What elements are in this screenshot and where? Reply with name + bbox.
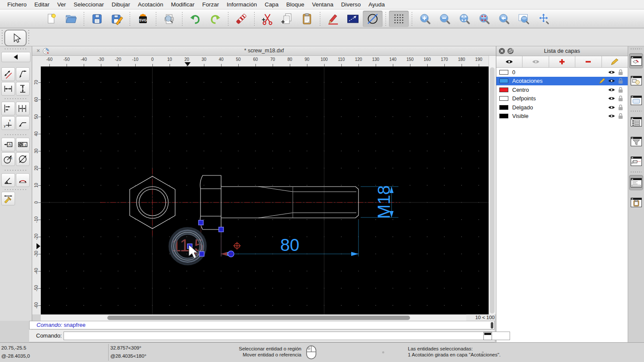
dim-arc-button[interactable] (16, 173, 30, 187)
hruler-label: 10 (167, 57, 172, 62)
layer-list-panel-toggle[interactable] (629, 53, 643, 69)
dim-edit-button[interactable] (1, 192, 15, 205)
zoom-out-button[interactable] (435, 11, 455, 27)
menu-diverso[interactable]: Diverso (337, 0, 365, 9)
layer-row-0[interactable]: 0 (496, 68, 628, 77)
remove-layer-button[interactable] (575, 56, 601, 67)
layer-lock-icon[interactable] (618, 78, 623, 84)
horizontal-scrollbar-thumb[interactable] (107, 316, 410, 320)
edit-pencil-button[interactable] (323, 11, 343, 27)
dim-radius-button[interactable]: R (1, 152, 15, 166)
add-layer-button[interactable] (549, 56, 575, 67)
dim-diameter-button[interactable] (16, 152, 30, 166)
menu-fichero[interactable]: Fichero (3, 0, 30, 9)
layer-row-centro[interactable]: Centro (496, 85, 628, 94)
dock-separator (631, 111, 642, 112)
dim-continue-button[interactable] (16, 102, 30, 115)
panel-float-icon[interactable] (507, 48, 514, 54)
layer-lock-icon[interactable] (618, 87, 623, 93)
layer-lock-icon[interactable] (618, 104, 623, 111)
layer-visibility-icon[interactable] (608, 87, 615, 93)
layer-visibility-icon[interactable] (608, 105, 615, 110)
menu-forzar[interactable]: Forzar (198, 0, 223, 9)
menu-seleccionar[interactable]: Seleccionar (70, 0, 108, 9)
svg-export-button[interactable]: SVG (133, 11, 153, 27)
menu-modificar[interactable]: Modificar (167, 0, 198, 9)
cut-button[interactable] (258, 11, 277, 27)
horizontal-scrollbar[interactable] (41, 314, 466, 321)
layer-visibility-icon[interactable] (608, 69, 615, 75)
copy-button[interactable] (277, 11, 297, 27)
pan-button[interactable] (534, 11, 553, 27)
menu-capa[interactable]: Capa (261, 0, 283, 9)
view-list-panel-toggle[interactable] (629, 114, 643, 130)
library-browser-panel-toggle[interactable] (629, 154, 643, 169)
dim-baseline-button[interactable] (1, 102, 15, 115)
undo-button[interactable] (185, 11, 205, 27)
menu-bloque[interactable]: Bloque (283, 0, 308, 9)
command-line-panel-toggle[interactable] (629, 175, 643, 190)
selection-pointer-button[interactable] (4, 30, 27, 46)
layer-lock-icon[interactable] (618, 69, 623, 75)
command-options-button[interactable] (483, 332, 492, 340)
print-preview-button[interactable] (159, 11, 179, 27)
paste-button[interactable] (297, 11, 317, 27)
layer-row-delgado[interactable]: Delgado (496, 103, 628, 112)
selection-filter-panel-toggle[interactable] (629, 134, 643, 149)
redo-button[interactable] (205, 11, 225, 27)
dim-aligned-button[interactable] (1, 67, 15, 81)
menu-dibujar[interactable]: Dibujar (108, 0, 134, 9)
zoom-selection-button[interactable] (474, 11, 494, 27)
layer-visibility-icon[interactable] (608, 113, 615, 119)
dim-rotated-button[interactable] (16, 67, 30, 81)
clipboard-panel-toggle[interactable] (629, 195, 643, 210)
dim-horizontal-button[interactable] (1, 82, 15, 96)
menu-acotacion[interactable]: Acotación (134, 0, 167, 9)
drawing-canvas[interactable]: M18 80 (41, 66, 489, 314)
layer-row-acotaciones[interactable]: Acotaciones (496, 77, 628, 86)
save-button[interactable] (87, 11, 107, 27)
show-all-eye-button[interactable] (496, 56, 522, 67)
open-file-button[interactable] (61, 11, 81, 27)
back-button[interactable] (1, 52, 30, 62)
new-file-button[interactable] (41, 11, 61, 27)
property-editor-panel-toggle[interactable] (629, 93, 643, 108)
previous-view-button[interactable] (494, 11, 514, 27)
menu-editar[interactable]: Editar (30, 0, 53, 9)
hruler-label: 80 (287, 57, 292, 62)
vertical-scrollbar[interactable] (489, 56, 496, 314)
polyline-mode-button[interactable] (343, 11, 363, 27)
dim-label-button[interactable]: A (1, 138, 15, 151)
dim-vertical-button[interactable] (16, 82, 30, 96)
layer-row-defpoints[interactable]: Defpoints (496, 94, 628, 103)
zoom-window-button[interactable] (514, 11, 534, 27)
menu-ventana[interactable]: Ventana (308, 0, 337, 9)
dim-leader-button[interactable] (16, 116, 30, 130)
zoom-in-button[interactable] (415, 11, 435, 27)
auto-zoom-button[interactable] (455, 11, 474, 27)
menu-informacion[interactable]: Información (223, 0, 261, 9)
layer-visibility-icon[interactable] (608, 96, 615, 101)
block-list-panel-toggle[interactable] (629, 73, 643, 88)
vertical-scrollbar-thumb[interactable] (490, 67, 495, 314)
hide-all-eye-button[interactable] (522, 56, 549, 67)
layer-row-visible[interactable]: Visible (496, 112, 628, 121)
edit-layer-button[interactable] (602, 56, 628, 67)
command-history-scrollbar[interactable] (491, 322, 493, 329)
menu-ver[interactable]: Ver (53, 0, 70, 9)
dim-tolerance-button[interactable]: .1 (16, 138, 30, 151)
grid-toggle-button[interactable] (389, 11, 409, 27)
layer-lock-icon[interactable] (618, 95, 623, 102)
dim-angular-button[interactable] (1, 173, 15, 187)
layer-visibility-icon[interactable] (608, 78, 615, 84)
dim-ordinate-button[interactable]: xy (1, 116, 15, 130)
save-as-button[interactable] (107, 11, 127, 27)
dim-angular-icon (3, 175, 14, 186)
command-input[interactable] (64, 332, 510, 340)
save-as-icon (110, 12, 123, 25)
layer-lock-icon[interactable] (618, 113, 623, 119)
delete-button[interactable] (231, 11, 251, 27)
panel-close-icon[interactable] (498, 48, 505, 54)
snap-free-button[interactable] (363, 11, 383, 27)
menu-ayuda[interactable]: Ayuda (365, 0, 389, 9)
